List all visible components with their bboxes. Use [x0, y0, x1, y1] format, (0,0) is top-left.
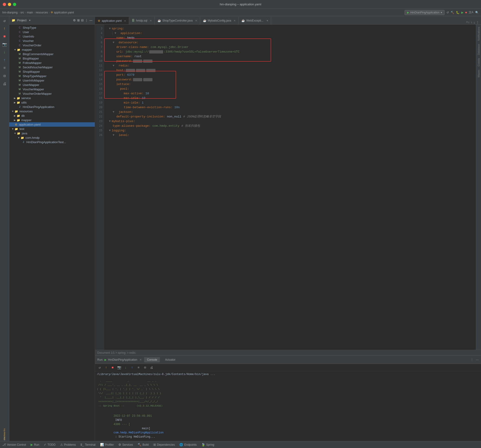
tab-close-btn[interactable]: ✕ [195, 19, 197, 22]
list-item[interactable]: M VoucherMapper [9, 87, 95, 91]
editor-up-icon[interactable]: ↑ [471, 21, 473, 24]
camera-action-btn[interactable]: 📷 [1, 41, 8, 48]
tab-close-btn[interactable]: ✕ [150, 19, 152, 22]
search-icon[interactable]: 🔍 [475, 11, 479, 14]
list-item[interactable]: ▼ 📁 java [9, 131, 95, 135]
list-item[interactable]: M SeckillVoucherMapper [9, 65, 95, 69]
breadcrumb-resources[interactable]: resources [36, 11, 48, 14]
refresh-console-btn[interactable]: ↺ [97, 365, 102, 370]
status-endpoints[interactable]: 🌐 Endpoints [179, 443, 196, 446]
list-item[interactable]: M ShopMapper [9, 69, 95, 74]
status-todo[interactable]: ✓ TODO [44, 443, 55, 446]
list-item[interactable]: C ShopType [9, 25, 95, 30]
close-button[interactable] [3, 3, 6, 6]
breadcrumb-file[interactable]: application.yaml [54, 11, 74, 14]
sidebar-item-application-yaml[interactable]: ⚙ application.yaml [9, 122, 95, 127]
code-content[interactable]: ▼ spring: │ ▼ application: name: hmdp [104, 25, 476, 350]
tab-hmdp-sql[interactable]: 🗄 hmdp.sql ✕ [129, 17, 155, 24]
minimize-button[interactable] [8, 3, 11, 6]
stop-console-btn[interactable]: ■ [110, 365, 115, 370]
console-output[interactable]: /Library/Java/JavaVirtualMachines/zulu-8… [95, 371, 481, 448]
list-item[interactable]: C User [9, 30, 95, 34]
codota-panel[interactable]: Codota [477, 57, 481, 68]
tab-web-excepti[interactable]: ☕ WebExcepti... ▾ [239, 17, 271, 24]
print-btn[interactable]: 🖨 [149, 365, 154, 370]
list-item[interactable]: M BlogMapper [9, 56, 95, 61]
upload-action-btn[interactable]: ↑ [1, 57, 8, 64]
build-icon[interactable]: 🔨 [451, 11, 454, 14]
print-action-btn[interactable]: 🖨 [1, 80, 8, 88]
sidebar-settings-icon[interactable]: ⚙ [73, 19, 76, 22]
stop-action-btn[interactable]: ■ [1, 33, 8, 40]
run-panel-menu-icon[interactable]: ⋮ [471, 358, 473, 361]
scroll-up-btn[interactable]: ↑ [103, 365, 109, 370]
status-terminal[interactable]: $_ Terminal [80, 443, 96, 446]
upload-btn[interactable]: ↑ [129, 365, 135, 370]
screenshot-btn[interactable]: 📷 [116, 365, 122, 370]
database-panel[interactable]: Database [477, 43, 481, 56]
maven-panel[interactable]: Maven [477, 68, 481, 79]
status-spring[interactable]: 🍃 Spring [201, 443, 214, 446]
list-item[interactable]: M UserMapper [9, 83, 95, 87]
status-profiler[interactable]: 📊 Profiler [100, 443, 114, 446]
sidebar-dropdown-icon[interactable]: ▾ [29, 19, 30, 22]
list-item[interactable]: J HmDianPingApplication [9, 105, 95, 109]
sidebar-header[interactable]: 📁 Project ▾ ⚙ ⊞ ⊟ ⋮ — [9, 16, 95, 25]
list-item[interactable]: ▼ 📁 mapper [9, 47, 95, 52]
window-controls[interactable] [3, 3, 16, 6]
editor-menu-icon[interactable]: ⋮ [476, 21, 479, 24]
scroll-down-btn[interactable]: ↓ [123, 365, 128, 370]
list-item[interactable]: C Voucher [9, 39, 95, 43]
debug-icon[interactable]: 🐛 [456, 11, 459, 14]
list-action-btn[interactable]: ≡ [1, 64, 8, 72]
download-action-btn[interactable]: ↓ [1, 49, 8, 56]
status-problems[interactable]: ⚠ Problems [60, 443, 76, 446]
breadcrumb-project[interactable]: hm-dianping [2, 11, 18, 14]
editor-settings-icon[interactable]: ᴬ↑ [466, 21, 470, 24]
sidebar-menu-icon[interactable]: ⋮ [85, 19, 88, 22]
sidebar-item-service[interactable]: ▶ 📁 service [9, 96, 95, 100]
tabs-more-icon[interactable]: ▾ [267, 19, 268, 22]
list-item[interactable]: ▶ 📁 mapper [9, 118, 95, 122]
list-item[interactable]: M VoucherOrderMapper [9, 91, 95, 96]
filter-btn[interactable]: ⊟ [142, 365, 148, 370]
notifications-panel[interactable]: Notifications [477, 25, 481, 42]
status-dependencies[interactable]: ⊞ Dependencies [153, 443, 175, 446]
breadcrumb-main[interactable]: main [27, 11, 33, 14]
translate-icon[interactable]: 文A [469, 10, 473, 14]
list-item[interactable]: C UserInfo [9, 34, 95, 39]
editor-down-icon[interactable]: ↓ [473, 21, 475, 24]
list-item[interactable]: ▶ 📁 db [9, 113, 95, 118]
up-action-btn[interactable]: ↑ [1, 25, 8, 32]
maximize-button[interactable] [13, 3, 16, 6]
list-item[interactable]: ▼ 📁 resources [9, 109, 95, 113]
run-panel-minimize-icon[interactable]: — [476, 358, 479, 361]
run-tab-console[interactable]: Console [144, 357, 160, 362]
tab-close-btn[interactable]: ✕ [233, 19, 236, 22]
sidebar-minus-icon[interactable]: — [90, 19, 92, 22]
status-version-control[interactable]: ⎇ Version Control [2, 443, 26, 446]
stop-icon[interactable]: ■ [465, 11, 467, 14]
list-item[interactable]: M BlogCommentsMapper [9, 52, 95, 56]
refresh-action-btn[interactable]: ↺ [1, 17, 8, 25]
run-icon[interactable]: ▶ [461, 11, 463, 14]
list-item[interactable]: ▼ 📁 test [9, 127, 95, 131]
status-services[interactable]: ⚙ Services [118, 443, 133, 446]
run-close-btn[interactable]: ✕ [139, 358, 142, 361]
refresh-icon[interactable]: ↺ [446, 11, 449, 14]
filter-action-btn[interactable]: ⊟ [1, 72, 8, 80]
list-item[interactable]: M ShopTypeMapper [9, 74, 95, 78]
status-run[interactable]: ▶ Run [30, 443, 39, 446]
list-btn[interactable]: ≡ [136, 365, 141, 370]
sidebar-collapse-icon[interactable]: ⊟ [81, 19, 84, 22]
sidebar-expand-icon[interactable]: ⊞ [77, 19, 80, 22]
tab-mybatis-config[interactable]: ☕ MybatisConfig.java ✕ [200, 17, 239, 24]
run-config-selector[interactable]: ▶ HmDianPingApplication ▾ [405, 10, 445, 15]
tab-shop-type-controller[interactable]: ☕ ShopTypeController.java ✕ [155, 17, 200, 24]
list-item[interactable]: ▼ 📁 com.hmdp [9, 135, 95, 140]
tab-close-btn[interactable]: ✕ [124, 19, 126, 22]
run-tab-actuator[interactable]: Actuator [162, 357, 178, 362]
breadcrumb-src[interactable]: src [20, 11, 24, 14]
status-build[interactable]: 🔨 Build [138, 443, 149, 446]
list-item[interactable]: C VoucherOrder [9, 43, 95, 47]
